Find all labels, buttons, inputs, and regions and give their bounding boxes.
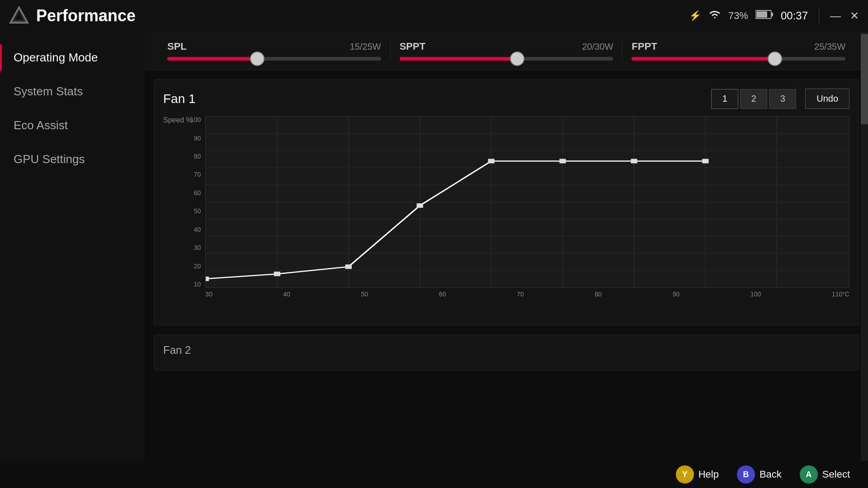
back-key-circle: B (737, 465, 755, 483)
wifi-icon (708, 9, 721, 22)
sliders-section: SPL 15/25W SPPT 20/30W (145, 32, 868, 70)
x-label-100: 100 (750, 291, 761, 298)
chart-wrapper: 10 20 30 40 50 60 70 80 90 100 (190, 116, 849, 298)
fan1-title: Fan 1 (163, 92, 711, 106)
content-area: SPL 15/25W SPPT 20/30W (145, 32, 868, 488)
sppt-slider-fill (400, 57, 517, 61)
title-bar-left: Performance (9, 6, 136, 26)
spl-value: 15/25W (350, 42, 381, 52)
app-title: Performance (36, 6, 136, 25)
chart-svg-wrapper: 30 40 50 60 70 80 90 100 110°C (205, 116, 849, 298)
sidebar-item-operating-mode[interactable]: Operating Mode (0, 41, 145, 75)
x-label-70: 70 (517, 291, 524, 298)
point-30[interactable] (205, 277, 209, 281)
action-bar: Y Help B Back A Select (0, 461, 868, 488)
x-label-80: 80 (594, 291, 602, 298)
sppt-label-row: SPPT 20/30W (400, 41, 613, 52)
sppt-value: 20/30W (582, 42, 613, 52)
sidebar-item-system-stats[interactable]: System Stats (0, 75, 145, 108)
x-label-40: 40 (283, 291, 291, 298)
point-100[interactable] (703, 159, 709, 164)
fppt-label: FPPT (632, 41, 657, 52)
fan1-tab-2[interactable]: 2 (740, 89, 767, 109)
point-40[interactable] (274, 272, 280, 276)
fppt-slider-thumb[interactable] (768, 52, 782, 66)
spl-slider-group: SPL 15/25W (158, 41, 391, 61)
sppt-slider-track[interactable] (400, 57, 613, 61)
back-action[interactable]: B Back (737, 465, 782, 483)
fan1-chart-svg[interactable] (205, 116, 849, 288)
sidebar: Operating Mode System Stats Eco Assist G… (0, 32, 145, 488)
minimize-button[interactable]: — (830, 9, 841, 22)
x-label-110: 110°C (832, 291, 849, 298)
fan1-tabs[interactable]: 1 2 3 (711, 89, 796, 109)
x-label-30: 30 (205, 291, 212, 298)
y-label-10: 10 (190, 281, 201, 288)
x-label-50: 50 (361, 291, 368, 298)
undo-button[interactable]: Undo (805, 89, 849, 109)
sidebar-item-gpu-settings[interactable]: GPU Settings (0, 142, 145, 176)
fppt-slider-group: FPPT 25/35W (623, 41, 854, 61)
x-axis-labels: 30 40 50 60 70 80 90 100 110°C (205, 288, 849, 298)
help-label: Help (698, 469, 719, 480)
fan2-section: Fan 2 (154, 334, 859, 371)
y-label-70: 70 (190, 171, 201, 178)
x-label-90: 90 (673, 291, 680, 298)
spl-label-row: SPL 15/25W (167, 41, 381, 52)
fppt-value: 25/35W (814, 42, 845, 52)
point-80[interactable] (560, 159, 566, 164)
spl-slider-thumb[interactable] (250, 52, 264, 66)
point-60[interactable] (417, 203, 423, 208)
fppt-label-row: FPPT 25/35W (632, 41, 845, 52)
fan1-tab-3[interactable]: 3 (769, 89, 796, 109)
clock: 00:37 (781, 9, 808, 22)
x-label-60: 60 (439, 291, 446, 298)
fan1-chart-container: Speed % 10 20 30 40 50 60 70 80 90 100 (163, 116, 849, 320)
fppt-slider-track[interactable] (632, 57, 845, 61)
y-label-30: 30 (190, 244, 201, 251)
help-action[interactable]: Y Help (676, 465, 719, 483)
window-controls[interactable]: — ✕ (830, 9, 859, 22)
point-90[interactable] (631, 159, 637, 164)
fan1-header: Fan 1 1 2 3 Undo (163, 89, 849, 109)
title-bar-right: ⚡ 73% 00:37 — ✕ (689, 8, 859, 24)
select-label: Select (822, 469, 850, 480)
fan1-section: Fan 1 1 2 3 Undo Speed % (154, 79, 859, 325)
scrollbar-thumb[interactable] (861, 34, 868, 124)
main-layout: Operating Mode System Stats Eco Assist G… (0, 32, 868, 488)
sppt-label: SPPT (400, 41, 425, 52)
scrollbar[interactable] (861, 32, 868, 461)
fppt-slider-fill (632, 57, 775, 61)
point-50[interactable] (345, 264, 352, 269)
svg-rect-5 (756, 11, 767, 18)
y-label-60: 60 (190, 189, 201, 197)
close-button[interactable]: ✕ (850, 9, 859, 22)
sppt-slider-thumb[interactable] (510, 52, 524, 66)
battery-icon (755, 9, 774, 22)
y-label-40: 40 (190, 226, 201, 233)
spl-label: SPL (167, 41, 187, 52)
chart-y-axis-label: Speed % (163, 116, 193, 124)
title-divider (819, 8, 819, 24)
back-label: Back (760, 469, 782, 480)
y-label-20: 20 (190, 263, 201, 270)
y-label-50: 50 (190, 207, 201, 215)
y-label-100: 100 (190, 116, 201, 123)
help-key-circle: Y (676, 465, 694, 483)
spl-slider-track[interactable] (167, 57, 381, 61)
sppt-slider-group: SPPT 20/30W (391, 41, 623, 61)
select-action[interactable]: A Select (800, 465, 850, 483)
point-70[interactable] (488, 159, 495, 164)
y-label-80: 80 (190, 153, 201, 160)
fan1-tab-1[interactable]: 1 (711, 89, 738, 109)
svg-rect-4 (771, 13, 773, 16)
spl-slider-fill (167, 57, 257, 61)
sidebar-item-eco-assist[interactable]: Eco Assist (0, 108, 145, 142)
battery-percent: 73% (728, 10, 748, 22)
y-axis-labels: 10 20 30 40 50 60 70 80 90 100 (190, 116, 205, 288)
fan2-title: Fan 2 (163, 344, 191, 356)
y-label-90: 90 (190, 135, 201, 142)
app-logo (9, 6, 29, 26)
title-bar: Performance ⚡ 73% 00:37 — ✕ (0, 0, 868, 32)
bluetooth-icon: ⚡ (689, 10, 701, 22)
